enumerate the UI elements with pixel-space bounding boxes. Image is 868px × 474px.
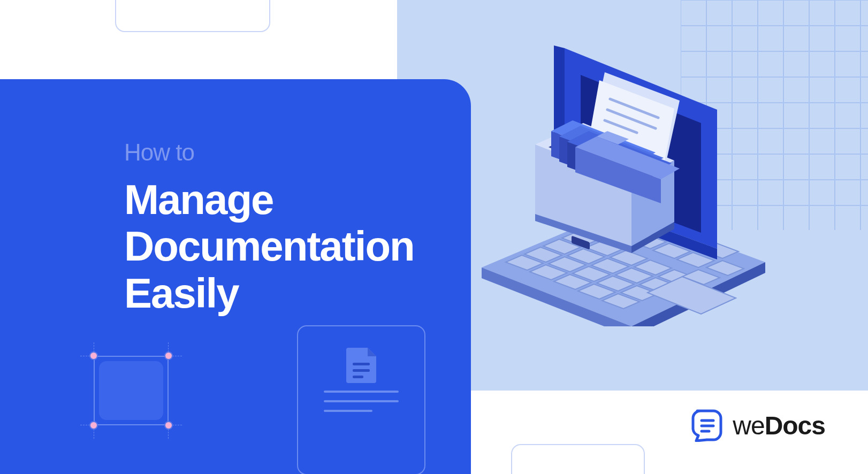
brand-logo: weDocs <box>691 409 825 442</box>
decorative-card-top <box>115 0 270 32</box>
brand-prefix: we <box>733 411 764 440</box>
laptop-illustration <box>471 37 771 326</box>
selection-box-decoration <box>91 353 171 428</box>
hero-title-line-3: Easily <box>124 270 414 317</box>
svg-rect-4 <box>353 376 363 378</box>
decorative-card-bottom-right <box>511 444 645 474</box>
hero-title-line-2: Documentation <box>124 223 414 270</box>
hero-subtitle: How to <box>124 139 194 166</box>
brand-logo-text: weDocs <box>733 411 825 440</box>
svg-rect-2 <box>353 363 370 365</box>
hero-title-line-1: Manage <box>124 177 414 223</box>
decorative-document-card <box>297 325 425 474</box>
brand-suffix: Docs <box>765 411 825 440</box>
hero-title: Manage Documentation Easily <box>124 177 414 317</box>
svg-rect-3 <box>353 369 370 372</box>
document-lines-decoration <box>324 391 399 419</box>
wedocs-logo-icon <box>691 409 724 442</box>
banner-canvas: How to Manage Documentation Easily <box>0 0 868 474</box>
document-icon <box>346 348 376 383</box>
